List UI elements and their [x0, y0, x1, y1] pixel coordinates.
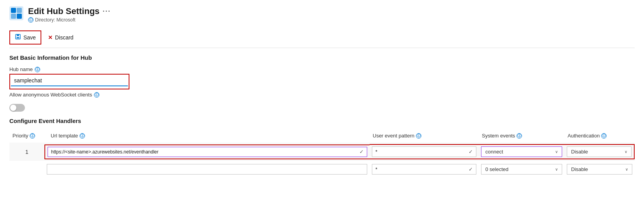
user-event-info-icon: ⓘ	[416, 133, 421, 139]
save-button[interactable]: Save	[9, 30, 41, 45]
svg-rect-2	[17, 8, 22, 13]
save-label: Save	[23, 34, 36, 41]
toolbar: Save ✕ Discard	[9, 27, 635, 48]
row-priority-2	[9, 168, 44, 171]
anon-info-icon: ⓘ	[94, 92, 99, 98]
system-events-cell-2: 0 selected ∨	[479, 162, 564, 176]
auth-cell-1: Disable ∨	[564, 144, 635, 159]
system-events-select-2[interactable]: 0 selected ∨	[481, 164, 562, 175]
hub-name-label: Hub name ⓘ	[9, 66, 635, 72]
auth-chevron-2: ∨	[625, 167, 628, 171]
anon-toggle[interactable]	[9, 104, 25, 112]
user-event-cell-1: ✓	[370, 144, 479, 159]
svg-rect-3	[11, 14, 16, 19]
user-event-col-header: User event pattern ⓘ	[370, 131, 479, 140]
hub-name-info-icon: ⓘ	[35, 67, 40, 72]
discard-label: Discard	[55, 34, 73, 41]
priority-info-icon: ⓘ	[30, 133, 35, 139]
event-handlers-table: Priority ⓘ Url template ⓘ User event pat…	[9, 129, 635, 178]
app-icon	[9, 6, 23, 20]
page-title: Edit Hub Settings ···	[28, 6, 111, 16]
anon-label: Allow anonymous WebSocket clients ⓘ	[9, 92, 635, 98]
table-row: ✓ 0 selected ∨ Disable ∨	[9, 161, 635, 178]
auth-cell-2: Disable ∨	[564, 162, 635, 176]
save-icon	[15, 34, 21, 41]
url-template-info-icon: ⓘ	[80, 133, 85, 139]
url-template-cell-2	[44, 162, 370, 176]
system-events-chevron-2: ∨	[555, 167, 558, 171]
url-template-col-header: Url template ⓘ	[44, 131, 370, 140]
url-check-icon-1: ✓	[356, 149, 367, 155]
system-events-cell-1: connect ∨	[479, 144, 564, 159]
title-block: Edit Hub Settings ··· ⓘ Directory: Micro…	[28, 6, 111, 23]
user-event-check-icon-2: ✓	[465, 166, 476, 172]
auth-select-2[interactable]: Disable ∨	[567, 164, 632, 175]
user-event-cell-2: ✓	[370, 162, 479, 176]
discard-icon: ✕	[48, 34, 53, 41]
auth-select-1[interactable]: Disable ∨	[567, 146, 632, 157]
user-event-input-1[interactable]	[372, 147, 465, 157]
toggle-knob	[10, 105, 16, 111]
more-options-dots[interactable]: ···	[103, 7, 111, 16]
priority-col-header: Priority ⓘ	[9, 131, 44, 140]
basic-info-title: Set Basic Information for Hub	[9, 54, 635, 61]
hub-name-wrapper	[9, 74, 129, 89]
url-template-input-2[interactable]	[47, 164, 367, 175]
hub-name-input[interactable]	[11, 75, 128, 86]
svg-rect-8	[17, 37, 19, 38]
url-template-cell-1: ✓	[44, 144, 370, 159]
url-input-wrapper-1: ✓	[48, 147, 367, 157]
user-event-wrapper-1: ✓	[372, 146, 476, 157]
configure-title: Configure Event Handlers	[9, 118, 635, 124]
svg-rect-6	[17, 34, 19, 36]
event-handlers-section: Configure Event Handlers Priority ⓘ Url …	[9, 118, 635, 178]
directory-line: ⓘ Directory: Microsoft	[28, 17, 111, 23]
authentication-info-icon: ⓘ	[601, 133, 607, 139]
basic-info-section: Set Basic Information for Hub Hub name ⓘ…	[9, 54, 635, 118]
directory-label: Directory: Microsoft	[35, 17, 75, 23]
table-row: 1 ✓ ✓ connect	[9, 143, 635, 161]
system-events-col-header: System events ⓘ	[479, 131, 564, 140]
user-event-input-2[interactable]	[372, 164, 465, 174]
system-events-info-icon: ⓘ	[517, 133, 522, 139]
row-priority-1: 1	[9, 147, 44, 157]
system-events-select-1[interactable]: connect ∨	[481, 146, 562, 157]
page-header: Edit Hub Settings ··· ⓘ Directory: Micro…	[9, 6, 635, 23]
svg-rect-4	[17, 14, 22, 19]
discard-button[interactable]: ✕ Discard	[43, 32, 78, 43]
user-event-wrapper-2: ✓	[372, 164, 476, 175]
authentication-col-header: Authentication ⓘ	[564, 131, 635, 140]
user-event-check-icon-1: ✓	[465, 149, 476, 155]
svg-rect-1	[11, 8, 16, 13]
url-template-input-1[interactable]	[48, 147, 356, 157]
auth-chevron-1: ∨	[625, 150, 627, 154]
table-header: Priority ⓘ Url template ⓘ User event pat…	[9, 129, 635, 143]
system-events-chevron-1: ∨	[555, 150, 558, 154]
directory-info-icon: ⓘ	[28, 17, 34, 23]
